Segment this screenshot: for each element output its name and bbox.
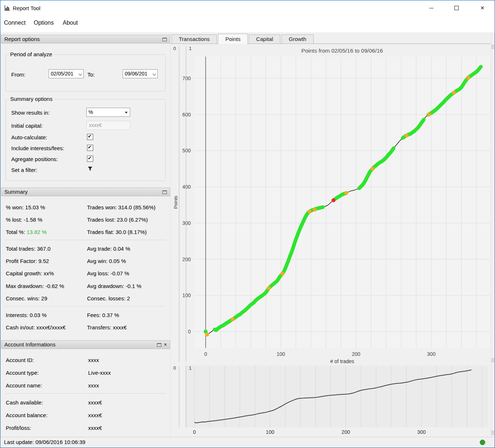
menu-connect[interactable]: Connect xyxy=(4,20,26,26)
summary-cell: Cash in/out: xxxx€/xxxx€ xyxy=(6,324,66,330)
summary-row: Cash in/out: xxxx€/xxxx€Transfers: xxxx€ xyxy=(6,324,168,332)
svg-text:100: 100 xyxy=(277,351,285,357)
summary-cell: % lost: -1.58 % xyxy=(6,217,42,223)
tab-bar: Transactions Points Capital Growth xyxy=(172,34,313,44)
summary-cell: Interests: 0.03 % xyxy=(6,312,47,318)
svg-text:300: 300 xyxy=(417,429,426,435)
resize-grip[interactable] xyxy=(491,45,495,49)
account-informations-title: Account Informations xyxy=(4,341,55,348)
maximize-button[interactable] xyxy=(448,0,465,16)
connection-status-indicator xyxy=(480,440,485,445)
from-date-combo[interactable]: 02/05/201 xyxy=(49,69,84,78)
svg-text:600: 600 xyxy=(182,112,191,118)
tab-growth[interactable]: Growth xyxy=(281,34,313,44)
float-panel-icon[interactable] xyxy=(157,343,161,347)
svg-text:0: 0 xyxy=(173,365,176,371)
resize-grip[interactable] xyxy=(491,358,495,363)
menu-options[interactable]: Options xyxy=(34,20,54,26)
summary-header: Summary xyxy=(1,188,170,196)
account-label: Account balance: xyxy=(6,412,48,418)
summary-cell: Profit Factor: 9.52 xyxy=(6,258,49,264)
chart-zone: Transactions Points Capital Growth 01002… xyxy=(171,32,495,437)
account-value: xxxx xyxy=(88,382,99,389)
overview-chart[interactable]: 010020030001 xyxy=(171,364,491,437)
summary-row: Max drawdown: -0.62 %Avg drawdown: -0.1 … xyxy=(6,283,168,290)
svg-text:200: 200 xyxy=(352,351,360,357)
agregate-positions-checkbox[interactable] xyxy=(87,156,93,162)
svg-text:200: 200 xyxy=(182,256,191,262)
summary-options-label: Summary options xyxy=(9,96,54,102)
tab-capital[interactable]: Capital xyxy=(249,34,280,44)
svg-text:1: 1 xyxy=(189,365,191,371)
to-date-combo[interactable]: 09/06/201 xyxy=(123,69,158,78)
tab-transactions[interactable]: Transactions xyxy=(172,34,217,44)
summary-title: Summary xyxy=(4,189,28,195)
summary-cell: Avg drawdown: -0.1 % xyxy=(87,283,141,289)
summary-cell: Trades flat: 30.0 (8.17%) xyxy=(87,229,147,235)
summary-row: Total trades: 367.0Avg trade: 0.04 % xyxy=(6,246,168,253)
include-fees-checkbox[interactable] xyxy=(87,145,93,151)
menu-about[interactable]: About xyxy=(63,20,78,26)
close-panel-icon[interactable]: ✕ xyxy=(164,342,167,348)
account-row: Account name:xxxx xyxy=(6,382,168,390)
summary-cell: Trades won: 314.0 (85.56%) xyxy=(87,204,156,210)
svg-text:1: 1 xyxy=(189,46,191,51)
summary-cell: Consec. wins: 29 xyxy=(6,295,47,301)
chevron-down-icon xyxy=(153,72,156,76)
account-label: Cash available: xyxy=(6,399,43,406)
svg-text:300: 300 xyxy=(427,351,436,357)
separator xyxy=(5,393,166,394)
svg-text:100: 100 xyxy=(266,429,275,435)
resize-grip[interactable] xyxy=(491,431,495,435)
app-window: Report Tool ✕ Connect Options About Repo… xyxy=(0,0,495,448)
close-button[interactable]: ✕ xyxy=(474,0,491,16)
initial-capital-input[interactable]: xxxx€ xyxy=(86,121,130,130)
summary-cell: Max drawdown: -0.62 % xyxy=(6,283,64,289)
period-group-label: Period of analyze xyxy=(9,51,53,57)
summary-cell: Fees: 0.37 % xyxy=(87,312,119,318)
svg-text:0: 0 xyxy=(193,429,196,435)
total-value: 13.82 % xyxy=(27,229,47,235)
account-row: Cash available:xxxx€ xyxy=(6,399,168,407)
close-icon: ✕ xyxy=(480,5,484,11)
float-panel-icon[interactable] xyxy=(162,190,167,194)
from-date-value: 02/05/201 xyxy=(51,71,73,77)
show-results-label: Show results in: xyxy=(11,110,50,116)
summary-row: Consec. wins: 29Consec. losses: 2 xyxy=(6,295,168,303)
tab-points[interactable]: Points xyxy=(218,34,248,44)
account-value: Live-xxxx xyxy=(88,370,111,376)
account-label: Account ID: xyxy=(6,357,34,363)
summary-cell: Consec. losses: 2 xyxy=(87,295,130,301)
summary-cell: Avg loss: -0.07 % xyxy=(87,270,129,276)
auto-calculate-label: Auto-calculate: xyxy=(11,134,47,140)
left-panel: Report options Period of analyze From: 0… xyxy=(1,32,170,437)
points-chart[interactable]: 01002003004005006007000100200300Points f… xyxy=(171,44,491,364)
float-panel-icon[interactable] xyxy=(162,38,167,41)
account-row: Account ID:xxxx xyxy=(6,357,168,364)
summary-cell: Capital growth: xx% xyxy=(6,270,54,276)
dropdown-arrow-icon xyxy=(125,112,128,114)
minimize-button[interactable] xyxy=(423,0,440,16)
summary-cell: Total trades: 367.0 xyxy=(6,246,50,252)
filter-icon[interactable] xyxy=(87,166,93,173)
svg-text:100: 100 xyxy=(182,292,191,298)
svg-text:200: 200 xyxy=(342,429,350,435)
summary-cell: Trades lost: 23.0 (6.27%) xyxy=(87,217,148,223)
agregate-positions-label: Agregate positions: xyxy=(11,156,58,162)
account-label: Profit/loss: xyxy=(6,425,31,431)
svg-text:0: 0 xyxy=(204,351,207,357)
window-title: Report Tool xyxy=(13,5,40,11)
app-icon xyxy=(4,5,11,11)
to-date-value: 09/06/201 xyxy=(125,71,147,77)
account-value: xxxx xyxy=(88,357,99,363)
show-results-combo[interactable]: % xyxy=(86,108,130,117)
summary-cell: Transfers: xxxx€ xyxy=(87,324,127,330)
separator xyxy=(5,240,166,240)
total-label: Total %: xyxy=(6,229,27,235)
auto-calculate-checkbox[interactable] xyxy=(87,134,93,140)
menu-bar: Connect Options About xyxy=(0,16,495,32)
summary-cell: % won: 15.03 % xyxy=(6,204,45,210)
account-label: Account type: xyxy=(6,370,39,376)
summary-cell: Avg win: 0.05 % xyxy=(87,258,126,264)
svg-text:Points from 02/05/16 to 09/06/: Points from 02/05/16 to 09/06/16 xyxy=(301,48,383,54)
